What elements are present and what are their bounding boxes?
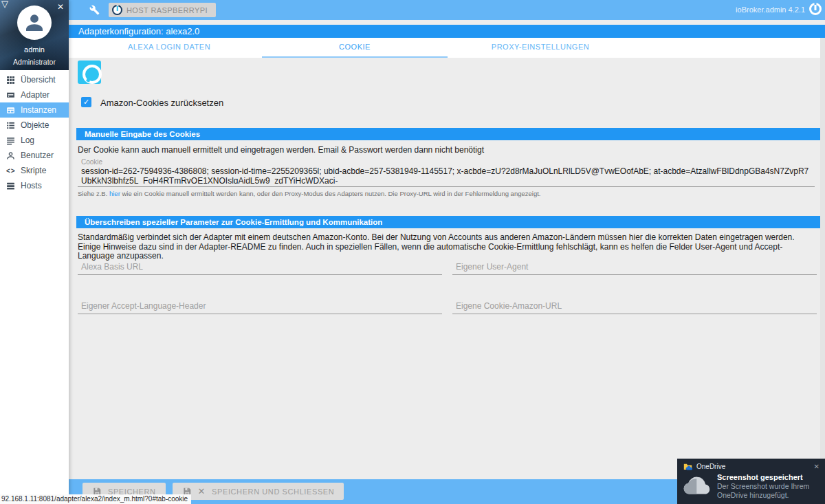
toast-title: Screenshot gespeichert [717,473,820,482]
close-icon: ✕ [198,486,206,496]
adapter-icon [6,91,15,100]
sidebar-item-label: Benutzer [21,151,54,160]
save-and-close-button-label: SPEICHERN UND SCHLIESSEN [212,487,334,496]
onedrive-folder-icon [683,463,692,470]
user-name: admin [0,45,69,54]
log-icon [6,136,15,145]
hint-link[interactable]: hier [109,190,120,197]
tab-proxy-einstellungen[interactable]: PROXY-EINSTELLUNGEN [448,38,633,58]
topbar: HOST RASPBERRYPI ioBroker.admin 4.2.1 [69,0,825,20]
checkbox-label: Amazon-Cookies zurücksetzen [100,98,223,108]
host-button-label: HOST RASPBERRYPI [126,6,208,14]
sidebar-item-label: Adapter [21,90,50,100]
toast-message: Der Screenshot wurde Ihrem OneDrive hinz… [717,482,820,499]
avatar [17,6,52,40]
toast-app-name: OneDrive [696,463,725,470]
override-description: Standardmäßig verbindet sich der Adapter… [78,233,819,261]
dialog-title: Adapterkonfiguration: alexa2.0 [69,25,825,38]
user-icon [6,151,15,160]
admin-version: ioBroker.admin 4.2.1 [736,6,805,14]
sidebar-item-skripte[interactable]: <> Skripte [0,163,69,178]
onedrive-toast: OneDrive ✕ Screenshot gespeichert Der Sc… [677,459,825,504]
tab-cookie[interactable]: COOKIE [262,38,448,58]
scrollbar[interactable] [820,38,825,479]
hosts-icon [6,182,15,190]
host-button[interactable]: HOST RASPBERRYPI [109,3,216,17]
alexa-basis-url-input[interactable]: Alexa Basis URL [78,259,442,275]
sidebar-item-objekte[interactable]: Objekte [0,118,69,133]
iobroker-logo-icon [809,3,822,15]
user-panel: ▽ ✕ admin Administrator [0,0,69,70]
sidebar-item-log[interactable]: Log [0,133,69,148]
tab-bar: ALEXA LOGIN DATEN COOKIE PROXY-EINSTELLU… [69,38,820,58]
sidebar-item-hosts[interactable]: Hosts [0,178,69,193]
user-role: Administrator [0,58,69,66]
sidebar-item-uebersicht[interactable]: Übersicht [0,72,69,87]
placeholder: Eigener User-Agent [456,262,528,272]
instances-icon [6,106,15,115]
iobroker-logo-icon [112,5,122,15]
code-icon: <> [6,167,15,175]
placeholder: Alexa Basis URL [81,262,143,272]
objects-icon [6,121,15,130]
sidebar-item-label: Objekte [21,120,49,130]
toast-close-icon[interactable]: ✕ [814,463,820,470]
grid-icon [6,76,15,85]
cookie-description: Der Cookie kann auch manuell ermittelt u… [78,146,817,155]
person-icon [23,12,45,34]
alexa-adapter-icon [78,61,101,84]
hint-text: wie ein Cookie manuell ermittelt werden … [120,190,541,197]
close-icon[interactable]: ✕ [57,2,64,12]
hint-text: Siehe z.B. [78,190,109,197]
placeholder: Eigener Accept-Language-Header [81,301,206,311]
section-header-override: Überschreiben spezieller Parameter zur C… [76,216,820,228]
iobroker-admin-app: ▽ ✕ admin Administrator Übersicht [0,0,825,504]
sidebar-item-label: Log [21,135,34,145]
tab-alexa-login-daten[interactable]: ALEXA LOGIN DATEN [76,38,262,58]
sidebar-item-instanzen[interactable]: Instanzen [0,102,69,118]
sidebar-nav: Übersicht Adapter Instanzen [0,70,69,193]
sidebar-item-label: Skripte [21,166,46,175]
section-header-cookie: Manuelle Eingabe des Cookies [76,128,820,140]
sidebar: ▽ ✕ admin Administrator Übersicht [0,0,69,504]
placeholder: Eigene Cookie-Amazon-URL [456,301,562,311]
cookie-amazon-url-input[interactable]: Eigene Cookie-Amazon-URL [452,298,817,314]
cookie-textarea[interactable]: session-id=262-7594936-4386808; session-… [81,167,811,184]
sidebar-item-label: Hosts [21,181,42,190]
cookie-hint: Siehe z.B. hier wie ein Cookie manuell e… [78,190,813,197]
wrench-icon[interactable] [89,5,100,15]
cloud-icon [681,476,713,496]
cookie-field-underline [78,186,815,187]
sidebar-item-benutzer[interactable]: Benutzer [0,148,69,163]
reset-cookies-checkbox[interactable]: ✓ [81,97,91,107]
sidebar-item-label: Übersicht [21,75,56,85]
triangle-icon: ▽ [1,0,8,9]
browser-status-url: 92.168.1.11:8081/adapter/alexa2/index_m.… [0,494,191,504]
save-and-close-button[interactable]: ✕ SPEICHERN UND SCHLIESSEN [173,483,344,500]
sidebar-item-adapter[interactable]: Adapter [0,87,69,102]
user-agent-input[interactable]: Eigener User-Agent [452,259,817,275]
accept-language-input[interactable]: Eigener Accept-Language-Header [78,298,442,314]
cookie-field-label: Cookie [81,158,102,166]
sidebar-item-label: Instanzen [21,105,56,115]
